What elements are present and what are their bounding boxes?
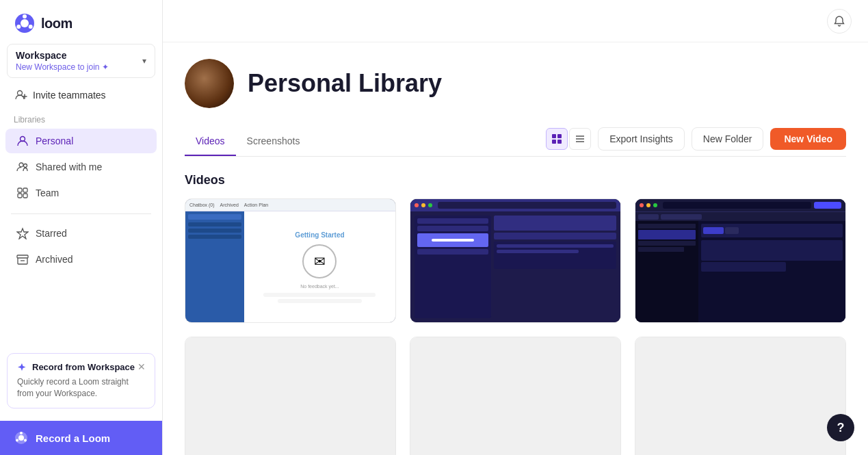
video-thumb-4	[185, 337, 395, 455]
notifications-button[interactable]	[827, 9, 852, 34]
chevron-down-icon: ▾	[142, 56, 146, 66]
sidebar-item-starred[interactable]: Starred	[5, 221, 157, 246]
svg-point-21	[24, 439, 27, 442]
video-card-3[interactable]	[635, 198, 846, 323]
svg-rect-26	[557, 140, 562, 144]
list-icon	[575, 133, 586, 144]
archived-label: Archived	[36, 254, 73, 265]
videos-section: Videos Chatbox (0) Archived Action Plan	[185, 173, 846, 455]
bell-icon	[833, 15, 845, 27]
svg-point-10	[24, 164, 27, 168]
svg-point-3	[29, 25, 33, 29]
view-toggle	[546, 128, 591, 150]
svg-point-9	[19, 163, 23, 167]
svg-rect-11	[18, 188, 22, 192]
record-loom-label: Record a Loom	[36, 432, 110, 444]
page-title: Personal Library	[248, 69, 442, 98]
archive-icon	[16, 253, 29, 265]
export-insights-label: Export Insights	[609, 133, 673, 144]
rfw-title: Record from Workspace	[32, 362, 135, 372]
record-loom-button[interactable]: Record a Loom	[0, 421, 162, 455]
svg-point-20	[20, 432, 23, 434]
svg-rect-25	[552, 140, 556, 144]
help-button[interactable]: ?	[827, 414, 854, 441]
sidebar-item-team[interactable]: Team	[5, 181, 157, 205]
record-from-workspace-card: ✕ Record from Workspace Quickly record a…	[7, 353, 155, 408]
svg-rect-14	[23, 194, 27, 198]
main-content: Personal Library Videos Screenshots	[163, 0, 868, 455]
new-folder-label: New Folder	[703, 133, 752, 144]
shared-label: Shared with me	[36, 161, 102, 172]
new-video-button[interactable]: New Video	[770, 128, 846, 150]
workspace-name: Workspace	[16, 50, 109, 61]
person-icon	[16, 135, 29, 147]
sidebar-item-shared[interactable]: Shared with me	[5, 155, 157, 179]
svg-point-22	[16, 439, 18, 442]
svg-point-4	[16, 25, 21, 29]
tab-screenshots[interactable]: Screenshots	[236, 129, 311, 156]
svg-rect-23	[552, 134, 556, 138]
sidebar-item-personal[interactable]: Personal	[5, 129, 157, 153]
videos-grid: Chatbox (0) Archived Action Plan	[185, 198, 846, 455]
logo-area: loom	[0, 0, 162, 44]
svg-rect-16	[17, 255, 28, 258]
video-card-2[interactable]	[410, 198, 621, 323]
loom-logo[interactable]: loom	[14, 12, 73, 34]
video-thumb-5	[410, 337, 620, 455]
grid-icon	[551, 133, 562, 144]
invite-teammates-button[interactable]: Invite teammates	[7, 83, 155, 107]
logo-text: loom	[41, 16, 73, 31]
personal-label: Personal	[36, 135, 73, 146]
video-card-1[interactable]: Chatbox (0) Archived Action Plan	[185, 198, 396, 323]
tabs-bar: Videos Screenshots	[185, 127, 846, 157]
sidebar-item-archived[interactable]: Archived	[5, 247, 157, 272]
export-insights-button[interactable]: Export Insights	[598, 127, 685, 151]
star-icon	[16, 227, 29, 239]
tabs-right: Export Insights New Folder New Video	[546, 127, 846, 156]
loom-record-icon	[14, 430, 29, 445]
video-thumb-6	[635, 337, 845, 455]
new-folder-button[interactable]: New Folder	[692, 127, 764, 151]
video-thumb-3	[635, 199, 845, 322]
workspace-selector[interactable]: Workspace New Workspace to join ✦ ▾	[7, 44, 155, 78]
starred-label: Starred	[36, 228, 67, 239]
videos-section-title: Videos	[185, 173, 846, 187]
new-video-label: New Video	[784, 133, 832, 144]
invite-label: Invite teammates	[33, 90, 106, 101]
nav-divider	[11, 213, 151, 214]
sparkle-icon	[17, 363, 27, 372]
shared-icon	[16, 161, 29, 173]
libraries-section-label: Libraries	[0, 115, 162, 125]
svg-rect-12	[23, 188, 27, 192]
content-area: Personal Library Videos Screenshots	[163, 42, 868, 455]
team-icon	[16, 187, 29, 199]
svg-rect-24	[557, 134, 562, 138]
video-thumb-1: Chatbox (0) Archived Action Plan	[185, 199, 395, 322]
svg-point-19	[18, 435, 24, 441]
svg-point-2	[23, 14, 27, 18]
close-card-button[interactable]: ✕	[135, 361, 148, 373]
list-view-button[interactable]	[569, 128, 591, 150]
page-header: Personal Library	[185, 59, 846, 108]
rfw-header: Record from Workspace	[17, 362, 145, 372]
grid-view-button[interactable]	[546, 128, 568, 150]
tab-videos[interactable]: Videos	[185, 129, 236, 156]
video-thumb-2	[410, 199, 620, 322]
video-card-5[interactable]	[410, 337, 621, 455]
svg-marker-15	[17, 229, 28, 239]
tabs-left: Videos Screenshots	[185, 129, 311, 155]
topbar	[163, 0, 868, 42]
user-avatar	[185, 59, 234, 108]
workspace-sub: New Workspace to join ✦	[16, 62, 109, 72]
video-card-6[interactable]	[635, 337, 846, 455]
video-card-4[interactable]	[185, 337, 396, 455]
person-plus-icon	[15, 89, 27, 101]
loom-logo-icon	[14, 12, 36, 34]
svg-rect-13	[18, 194, 22, 198]
rfw-description: Quickly record a Loom straight from your…	[17, 376, 145, 400]
team-label: Team	[36, 187, 59, 198]
help-label: ?	[837, 421, 845, 435]
sidebar: loom Workspace New Workspace to join ✦ ▾…	[0, 0, 163, 455]
svg-point-1	[21, 19, 29, 27]
